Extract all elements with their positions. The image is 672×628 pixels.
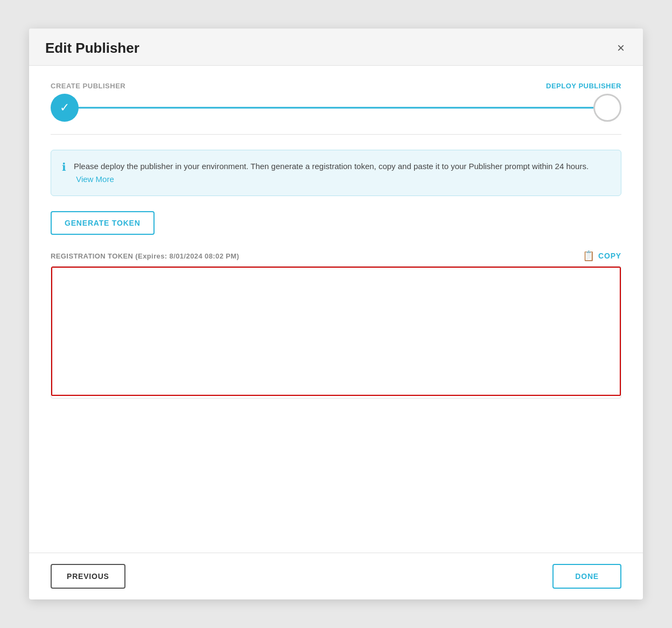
edit-publisher-modal: Edit Publisher × CREATE PUBLISHER DEPLOY… (29, 29, 643, 599)
stepper-track: ✓ (51, 94, 621, 121)
close-button[interactable]: × (615, 39, 627, 57)
modal-body: CREATE PUBLISHER DEPLOY PUBLISHER ✓ ℹ Pl… (29, 66, 643, 553)
modal-footer: PREVIOUS DONE (29, 553, 643, 599)
token-area-wrapper (51, 266, 621, 399)
generate-token-button[interactable]: GENERATE TOKEN (51, 211, 155, 235)
token-section: REGISTRATION TOKEN (Expires: 8/01/2024 0… (51, 250, 621, 399)
stepper-label-create: CREATE PUBLISHER (51, 82, 125, 90)
done-button[interactable]: DONE (552, 564, 621, 589)
token-header: REGISTRATION TOKEN (Expires: 8/01/2024 0… (51, 250, 621, 262)
checkmark-icon: ✓ (60, 101, 69, 115)
view-more-link[interactable]: View More (76, 175, 114, 184)
token-label: REGISTRATION TOKEN (Expires: 8/01/2024 0… (51, 252, 239, 260)
copy-button[interactable]: 📋 COPY (583, 250, 621, 262)
token-textarea[interactable] (51, 267, 621, 396)
info-box: ℹ Please deploy the publisher in your en… (51, 150, 621, 196)
stepper-line (67, 107, 605, 109)
stepper-labels: CREATE PUBLISHER DEPLOY PUBLISHER (51, 82, 621, 90)
modal-header: Edit Publisher × (29, 29, 643, 66)
copy-icon: 📋 (583, 250, 595, 262)
previous-button[interactable]: PREVIOUS (51, 564, 125, 589)
modal-title: Edit Publisher (45, 40, 139, 57)
stepper-step-2 (593, 94, 621, 122)
stepper-step-1: ✓ (51, 94, 79, 122)
stepper-label-deploy: DEPLOY PUBLISHER (546, 82, 621, 90)
info-icon: ℹ (62, 161, 66, 173)
copy-label: COPY (598, 252, 621, 260)
info-text: Please deploy the publisher in your envi… (74, 160, 610, 186)
stepper-section: CREATE PUBLISHER DEPLOY PUBLISHER ✓ (51, 82, 621, 135)
